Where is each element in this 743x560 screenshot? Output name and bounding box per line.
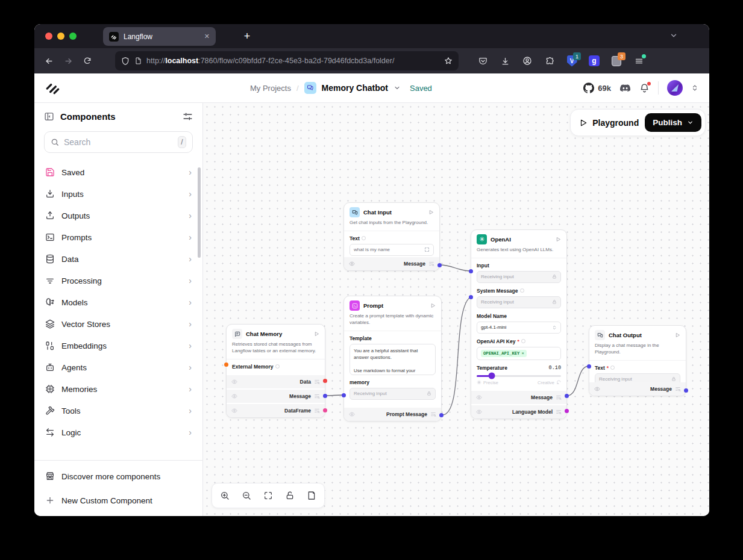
chat-input-text-field[interactable] <box>350 244 434 256</box>
output-handle-message[interactable] <box>323 394 327 398</box>
inspect-output-icon[interactable] <box>314 379 320 385</box>
reload-button[interactable] <box>79 52 96 69</box>
eye-icon[interactable] <box>231 408 237 414</box>
zoom-in-button[interactable] <box>214 485 236 506</box>
output-handle-dataframe[interactable] <box>323 408 327 412</box>
inspect-output-icon[interactable] <box>428 261 434 267</box>
node-openai[interactable]: ✳ OpenAI Generates text using OpenAI LLM… <box>471 229 567 419</box>
breadcrumb-my-projects[interactable]: My Projects <box>250 84 291 93</box>
minimize-window-button[interactable] <box>57 33 64 40</box>
inspect-output-icon[interactable] <box>314 408 320 414</box>
langflow-logo[interactable] <box>45 80 61 96</box>
flow-canvas[interactable]: Playground Publish <box>203 103 709 516</box>
sidebar-item-embeddings[interactable]: Embeddings› <box>34 335 202 356</box>
expand-icon[interactable] <box>424 247 430 252</box>
downloads-icon[interactable] <box>497 52 513 69</box>
flow-menu-chevron-icon[interactable] <box>393 84 401 92</box>
lock-canvas-button[interactable] <box>279 485 301 506</box>
openai-system-message-field[interactable] <box>477 296 561 308</box>
input-handle-system-message[interactable] <box>469 295 473 299</box>
inspect-output-icon[interactable] <box>675 386 681 392</box>
tracking-protection-icon[interactable] <box>121 57 130 66</box>
run-node-icon[interactable] <box>556 237 561 242</box>
input-handle-input[interactable] <box>469 269 473 273</box>
sidebar-item-vector-stores[interactable]: Vector Stores› <box>34 313 202 335</box>
sidebar-item-tools[interactable]: Tools› <box>34 400 202 422</box>
search-input[interactable] <box>64 137 173 147</box>
sidebar-scrollbar[interactable] <box>198 167 201 258</box>
inspect-output-icon[interactable] <box>314 393 320 399</box>
forward-button[interactable] <box>60 52 77 69</box>
run-node-icon[interactable] <box>314 331 319 337</box>
inspect-output-icon[interactable] <box>556 409 562 415</box>
slider-knob[interactable] <box>489 373 495 379</box>
eye-icon[interactable] <box>594 386 600 392</box>
prompt-memory-field[interactable] <box>350 388 436 400</box>
discover-components-button[interactable]: Discover more components <box>34 464 202 488</box>
new-tab-button[interactable]: + <box>239 29 255 43</box>
discord-icon[interactable] <box>619 84 631 93</box>
new-custom-component-button[interactable]: New Custom Component <box>34 488 202 512</box>
temperature-slider[interactable] <box>477 375 561 377</box>
openai-input-field[interactable] <box>477 271 561 283</box>
avatar[interactable] <box>667 80 683 96</box>
container-extension-icon[interactable]: 3 <box>608 52 625 69</box>
api-key-badge[interactable]: OPENAI_API_KEY× <box>481 350 527 357</box>
eye-icon[interactable] <box>476 409 482 415</box>
tab-list-chevron-icon[interactable] <box>669 31 678 40</box>
output-handle-prompt-message[interactable] <box>439 413 444 417</box>
sidebar-item-processing[interactable]: Processing› <box>34 270 202 291</box>
prompt-template-textarea[interactable]: You are a helpful assistant that answer … <box>350 344 436 375</box>
inspect-output-icon[interactable] <box>430 411 436 417</box>
fit-view-button[interactable] <box>257 485 279 506</box>
zoom-out-button[interactable] <box>236 485 257 506</box>
run-node-icon[interactable] <box>430 303 436 308</box>
model-name-select[interactable] <box>477 322 561 334</box>
output-handle-message[interactable] <box>565 394 569 398</box>
grammar-extension-icon[interactable]: g <box>586 52 603 69</box>
browser-tab[interactable]: Langflow ✕ <box>103 27 216 46</box>
url-bar[interactable]: http://localhost:7860/flow/c09bfdd7-f2ce… <box>115 51 459 70</box>
sidebar-item-logic[interactable]: Logic› <box>34 422 202 443</box>
add-note-button[interactable] <box>301 485 322 506</box>
api-key-field[interactable]: OPENAI_API_KEY× <box>477 347 561 360</box>
flow-name[interactable]: Memory Chatbot <box>322 83 388 93</box>
playground-button[interactable]: Playground <box>579 118 639 128</box>
sidebar-item-inputs[interactable]: Inputs› <box>34 183 202 205</box>
url-text[interactable]: http://localhost:7860/flow/c09bfdd7-f2ce… <box>146 57 439 65</box>
run-node-icon[interactable] <box>675 332 680 338</box>
search-box[interactable]: / <box>44 131 193 153</box>
extensions-puzzle-icon[interactable] <box>541 52 558 69</box>
remove-icon[interactable]: × <box>521 351 524 356</box>
sidebar-item-memories[interactable]: Memories› <box>34 378 202 400</box>
adblock-extension-icon[interactable]: V 1 <box>563 52 580 69</box>
eye-icon[interactable] <box>231 393 237 399</box>
sidebar-item-outputs[interactable]: Outputs› <box>34 205 202 226</box>
node-chat-output[interactable]: Chat Output Display a chat message in th… <box>589 325 686 396</box>
tab-close-icon[interactable]: ✕ <box>204 33 210 40</box>
bookmark-star-icon[interactable] <box>444 57 453 65</box>
eye-icon[interactable] <box>349 411 355 417</box>
run-node-icon[interactable] <box>428 210 434 215</box>
output-handle-message[interactable] <box>684 388 688 393</box>
close-window-button[interactable] <box>45 33 52 40</box>
eye-icon[interactable] <box>349 261 355 267</box>
output-handle-data[interactable] <box>323 379 327 383</box>
page-info-icon[interactable] <box>134 57 142 65</box>
github-stars-button[interactable]: 69k <box>583 82 611 93</box>
input-handle-text[interactable] <box>587 364 591 369</box>
account-chevrons-icon[interactable] <box>691 84 698 92</box>
publish-button[interactable]: Publish <box>645 113 701 132</box>
sidebar-item-data[interactable]: Data› <box>34 248 202 270</box>
node-chat-memory[interactable]: Chat Memory Retrieves stored chat messag… <box>226 324 325 418</box>
output-handle-language-model[interactable] <box>565 409 569 413</box>
node-prompt[interactable]: Prompt Create a prompt template with dyn… <box>343 296 442 422</box>
sidebar-item-models[interactable]: Models› <box>34 291 202 313</box>
sidebar-item-saved[interactable]: Saved› <box>34 161 202 183</box>
back-button[interactable] <box>40 52 57 69</box>
eye-icon[interactable] <box>231 379 237 385</box>
pocket-icon[interactable] <box>474 52 491 69</box>
output-handle-message[interactable] <box>437 263 442 267</box>
notifications-bell-icon[interactable] <box>639 83 650 93</box>
sidebar-filter-icon[interactable] <box>183 111 193 122</box>
